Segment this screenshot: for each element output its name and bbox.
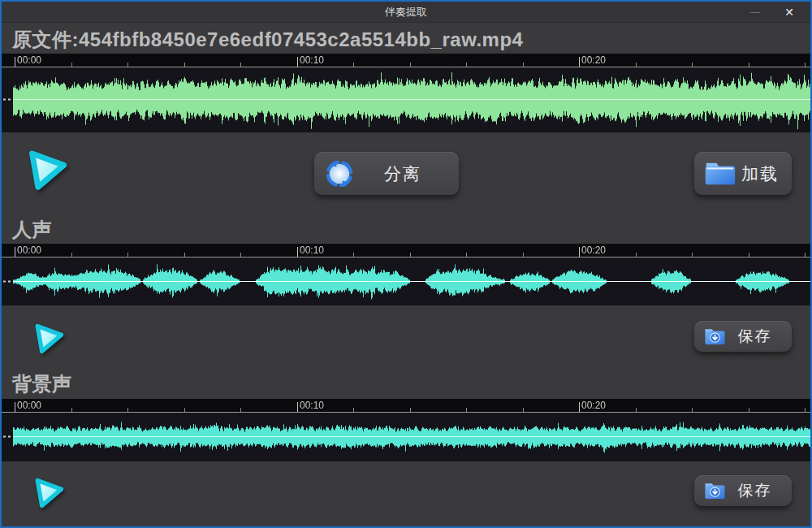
play-icon — [29, 318, 68, 357]
folder-download-icon — [704, 327, 726, 346]
play-vocals-button[interactable] — [29, 318, 68, 357]
background-label: 背景声 — [12, 371, 72, 397]
play-background-button[interactable] — [29, 472, 68, 511]
titlebar[interactable]: 伴奏提取 — [2, 2, 810, 23]
waveform-panel-original: 00:00 00:10 00:20 — [2, 54, 810, 132]
waveform-panel-background: 00:00 00:10 00:20 — [2, 399, 810, 461]
vocals-label: 人声 — [12, 217, 52, 243]
save-vocals-button-label: 保存 — [726, 326, 784, 347]
ruler-label: 00:20 — [581, 54, 606, 66]
load-button[interactable]: 加载 — [694, 152, 792, 195]
minimize-button[interactable]: — — [742, 2, 768, 23]
save-vocals-button[interactable]: 保存 — [694, 321, 792, 352]
folder-download-icon — [704, 482, 726, 500]
window-title: 伴奏提取 — [385, 5, 427, 19]
waveform-canvas-background[interactable] — [2, 399, 810, 461]
ruler-label: 00:20 — [581, 400, 606, 411]
sync-icon — [324, 158, 355, 189]
ruler-label: 00:10 — [300, 54, 324, 66]
load-button-label: 加载 — [736, 162, 784, 185]
separate-button[interactable]: 分离 — [314, 152, 459, 195]
ruler-label: 00:00 — [17, 54, 41, 66]
waveform-canvas-original[interactable] — [2, 54, 810, 132]
folder-open-icon — [704, 160, 736, 187]
separate-button-label: 分离 — [355, 162, 451, 185]
source-file-label: 原文件:454fbfb8450e7e6edf07453c2a5514bb_raw… — [12, 27, 523, 53]
ruler-label: 00:10 — [300, 400, 324, 411]
play-icon — [21, 142, 73, 194]
ruler-label: 00:00 — [17, 245, 41, 256]
play-original-button[interactable] — [21, 142, 73, 194]
app-window: 伴奏提取 — ✕ 原文件:454fbfb8450e7e6edf07453c2a5… — [0, 0, 812, 528]
ruler-label: 00:00 — [17, 400, 41, 411]
ruler-label: 00:10 — [300, 245, 324, 256]
ruler-label: 00:20 — [581, 245, 606, 256]
save-background-button[interactable]: 保存 — [694, 475, 792, 506]
waveform-panel-vocals: 00:00 00:10 00:20 — [2, 244, 810, 305]
waveform-canvas-vocals[interactable] — [2, 244, 810, 305]
play-icon — [29, 472, 68, 511]
save-background-button-label: 保存 — [726, 480, 784, 501]
close-button[interactable]: ✕ — [776, 2, 802, 23]
